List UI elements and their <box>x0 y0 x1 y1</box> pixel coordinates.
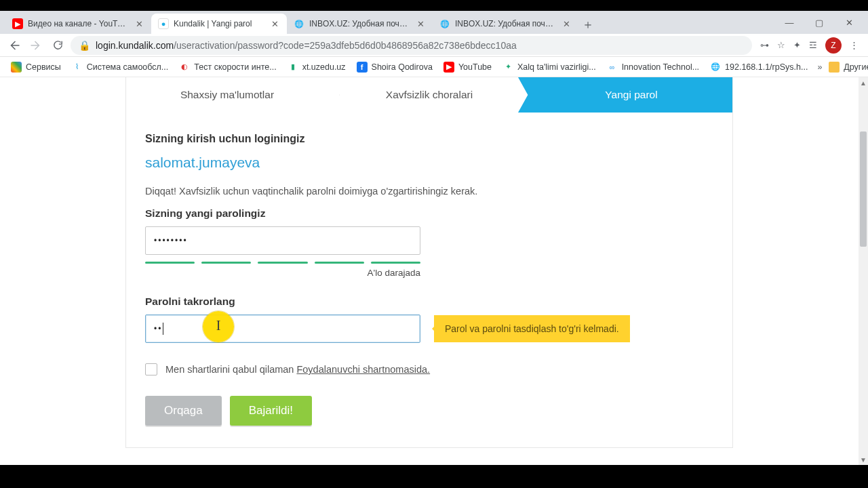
text-cursor <box>163 323 163 335</box>
youtube-icon: ▶ <box>12 18 23 29</box>
browser-tabstrip: ▶ Видео на канале - YouTube Studio ✕ ● K… <box>0 11 868 34</box>
close-icon[interactable]: ✕ <box>415 18 426 29</box>
bookmark-label: YouTube <box>458 62 492 72</box>
step-label: Xavfsizlik choralari <box>386 89 473 101</box>
window-controls: — ▢ ✕ <box>780 11 865 34</box>
bars-icon: ▮ <box>288 62 298 73</box>
new-password-label: Sizning yangi parolingiz <box>145 207 713 220</box>
tab-inbox-1[interactable]: 🌐 INBOX.UZ: Удобная почта zubay ✕ <box>287 14 433 34</box>
activation-card: Shaxsiy ma'lumotlar Xavfsizlik choralari… <box>125 77 733 448</box>
confirm-password-label: Parolni takrorlang <box>145 296 713 308</box>
other-bookmarks[interactable]: Другие закладки <box>825 59 868 75</box>
bookmark-item[interactable]: ⌇Система самообсл... <box>68 59 173 75</box>
back-button[interactable]: Orqaga <box>145 396 222 426</box>
reload-icon <box>52 39 64 51</box>
maximize-button[interactable]: ▢ <box>810 18 829 28</box>
step-label: Yangi parol <box>605 89 657 101</box>
bookmark-label: Xalq ta'limi vazirligi... <box>517 62 596 72</box>
key-icon[interactable]: ⊶ <box>760 40 769 50</box>
bookmark-item[interactable]: ◐Тест скорости инте... <box>175 59 280 75</box>
address-bar[interactable]: 🔒 login.kundalik.com/useractivation/pass… <box>71 36 752 55</box>
kundalik-icon: ● <box>158 18 169 29</box>
bookmark-label: Shoira Qodirova <box>372 62 433 72</box>
kebab-menu-icon[interactable]: ⋮ <box>850 40 859 50</box>
close-icon[interactable]: ✕ <box>269 18 280 29</box>
password-strength-label: A'lo darajada <box>145 268 420 278</box>
password-mask: •• <box>154 324 162 333</box>
arrow-left-icon <box>8 39 20 52</box>
forward-button[interactable] <box>27 37 45 54</box>
step-password[interactable]: Yangi parol <box>530 77 732 113</box>
bookmark-label: Система самообсл... <box>87 62 169 72</box>
letterbox-bottom <box>0 465 868 488</box>
minimize-button[interactable]: — <box>780 18 799 28</box>
speed-icon: ◐ <box>179 62 190 73</box>
bookmark-apps[interactable]: Сервисы <box>7 59 65 75</box>
notice-text: Diqqat! Xavfsizlik uchun vaqtinchalik pa… <box>145 186 713 197</box>
tab-inbox-2[interactable]: 🌐 INBOX.UZ: Удобная почта zubay ✕ <box>433 14 578 34</box>
scroll-up-icon[interactable]: ▲ <box>859 77 868 88</box>
youtube-icon: ▶ <box>443 62 454 73</box>
terms-text: Men shartlarini qabul qilaman Foydalanuv… <box>165 364 430 375</box>
new-password-input[interactable]: •••••••• <box>145 226 420 255</box>
scrollbar-thumb[interactable] <box>860 131 867 247</box>
password-mask: •••••••• <box>154 236 188 245</box>
tab-youtube-studio[interactable]: ▶ Видео на канале - YouTube Studio ✕ <box>5 14 151 34</box>
bookmark-item[interactable]: ∞Innovation Technol... <box>603 59 703 75</box>
lock-icon: 🔒 <box>79 40 90 51</box>
terms-link[interactable]: Foydalanuvchi shartnomasida. <box>296 364 430 375</box>
tab-kundalik[interactable]: ● Kundalik | Yangi parol ✕ <box>151 14 287 34</box>
close-icon[interactable]: ✕ <box>561 18 572 29</box>
apps-icon <box>11 62 22 73</box>
close-icon[interactable]: ✕ <box>134 18 144 29</box>
tab-title: INBOX.UZ: Удобная почта zubay <box>455 19 556 28</box>
bookmark-item[interactable]: ▶YouTube <box>439 59 496 75</box>
star-icon[interactable]: ☆ <box>777 40 785 50</box>
confirm-password-input[interactable]: •• <box>145 314 420 343</box>
back-button[interactable] <box>5 37 23 54</box>
bookmarks-bar: Сервисы ⌇Система самообсл... ◐Тест скоро… <box>0 57 868 77</box>
profile-avatar[interactable]: Z <box>825 37 842 54</box>
button-row: Orqaga Bajarildi! <box>145 396 713 426</box>
reading-list-icon[interactable]: ☲ <box>809 40 817 50</box>
scroll-down-icon[interactable]: ▼ <box>859 454 868 465</box>
arrow-right-icon <box>30 39 42 52</box>
tab-title: INBOX.UZ: Удобная почта zubay <box>309 19 410 28</box>
bookmark-label: 192.168.1.1/rpSys.h... <box>725 62 808 72</box>
url-text: login.kundalik.com/useractivation/passwo… <box>96 40 744 51</box>
bookmark-label: Тест скорости инте... <box>194 62 276 72</box>
bookmark-item[interactable]: ✦Xalq ta'limi vazirligi... <box>498 59 600 75</box>
extensions-icon[interactable]: ✦ <box>793 40 801 50</box>
step-label: Shaxsiy ma'lumotlar <box>180 89 274 101</box>
bookmark-overflow[interactable]: » <box>817 62 822 72</box>
terms-row: Men shartlarini qabul qilaman Foydalanuv… <box>145 363 713 375</box>
login-heading: Sizning kirish uchun loginingiz <box>145 133 713 145</box>
uz-icon: ✦ <box>502 62 513 73</box>
bookmark-label: xt.uzedu.uz <box>302 62 346 72</box>
tooltip-text: Parol va parolni tasdiqlash to'g'ri kelm… <box>445 323 619 334</box>
bookmark-item[interactable]: 🌐192.168.1.1/rpSys.h... <box>706 59 812 75</box>
terms-checkbox[interactable] <box>145 363 157 375</box>
facebook-icon: f <box>357 62 368 73</box>
step-security[interactable]: Xavfsizlik choralari <box>328 77 530 113</box>
bookmark-item[interactable]: fShoira Qodirova <box>353 59 437 75</box>
bookmark-label: Другие закладки <box>844 62 868 72</box>
new-tab-button[interactable]: ＋ <box>578 15 597 34</box>
vertical-scrollbar[interactable]: ▲ ▼ <box>859 77 868 465</box>
button-label: Bajarildi! <box>249 404 293 418</box>
page-viewport: Shaxsiy ma'lumotlar Xavfsizlik choralari… <box>0 77 859 465</box>
password-mismatch-tooltip: Parol va parolni tasdiqlash to'g'ri kelm… <box>434 315 630 342</box>
globe-icon: 🌐 <box>710 62 721 73</box>
button-label: Orqaga <box>164 404 203 418</box>
bookmark-item[interactable]: ▮xt.uzedu.uz <box>283 59 350 75</box>
card-body: Sizning kirish uchun loginingiz salomat.… <box>126 113 732 447</box>
close-window-button[interactable]: ✕ <box>840 18 859 28</box>
tab-title: Kundalik | Yangi parol <box>174 19 264 28</box>
toolbar-icons: ⊶ ☆ ✦ ☲ Z ⋮ <box>756 37 863 54</box>
folder-icon <box>829 62 840 73</box>
browser-toolbar: 🔒 login.kundalik.com/useractivation/pass… <box>0 34 868 57</box>
letterbox-top <box>0 0 868 11</box>
step-personal[interactable]: Shaxsiy ma'lumotlar <box>126 77 328 113</box>
reload-button[interactable] <box>49 37 66 54</box>
done-button[interactable]: Bajarildi! <box>230 396 312 426</box>
